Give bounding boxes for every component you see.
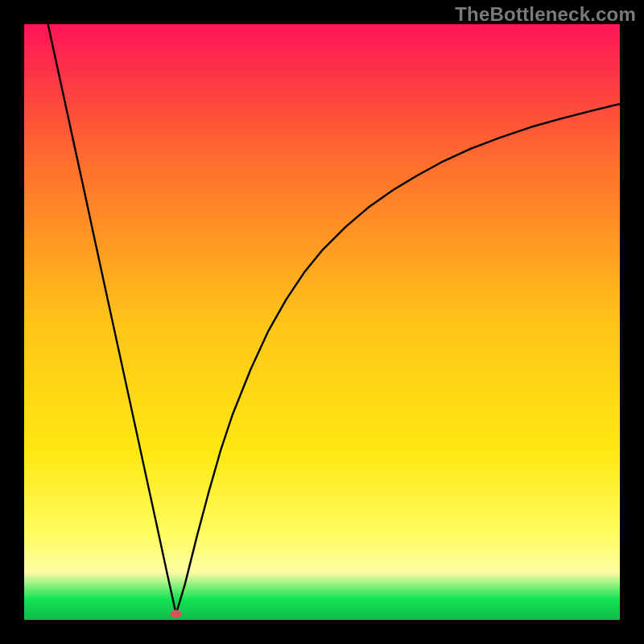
- plot-area: [24, 24, 620, 620]
- chart-svg: [24, 24, 620, 620]
- min-marker: [171, 610, 182, 618]
- chart-frame: TheBottleneck.com: [0, 0, 644, 644]
- watermark: TheBottleneck.com: [455, 3, 636, 26]
